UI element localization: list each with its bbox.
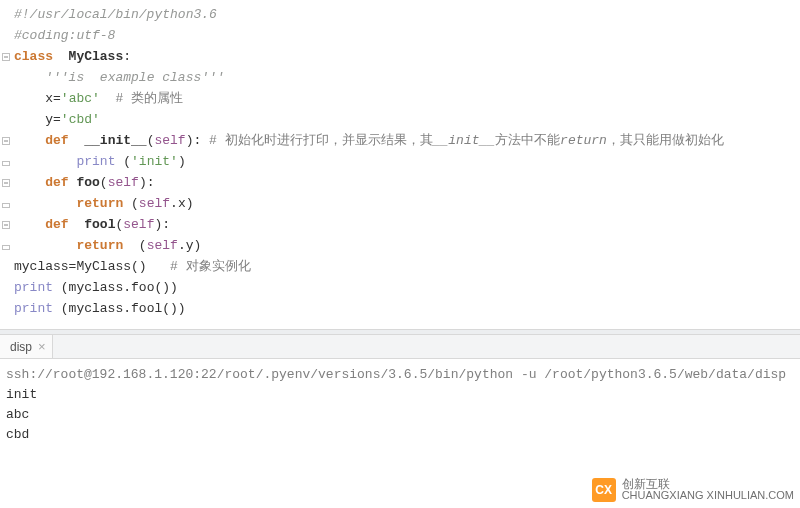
svg-rect-4 bbox=[3, 161, 10, 165]
method-init: __init__ bbox=[69, 133, 147, 148]
watermark-icon: CX bbox=[592, 478, 616, 502]
svg-rect-10 bbox=[3, 245, 10, 249]
method-fool: fool bbox=[69, 217, 116, 232]
coding-comment: #coding:utf-8 bbox=[14, 28, 115, 43]
comment-class-attr: # 类的属性 bbox=[100, 91, 183, 106]
watermark: CX 创新互联 CHUANGXIANG XINHULIAN.COM bbox=[592, 478, 794, 502]
method-foo: foo bbox=[69, 175, 100, 190]
watermark-zh: 创新互联 bbox=[622, 479, 794, 490]
tab-disp[interactable]: disp × bbox=[0, 335, 53, 358]
comment-init: # 初始化时进行打印，并显示结果，其 bbox=[201, 133, 432, 148]
end-icon bbox=[0, 158, 12, 166]
console-tabbar: disp × bbox=[0, 335, 800, 359]
tab-label: disp bbox=[10, 340, 32, 354]
close-icon[interactable]: × bbox=[38, 339, 46, 354]
fold-icon[interactable] bbox=[0, 179, 12, 187]
keyword-def: def bbox=[45, 133, 68, 148]
code-editor: #!/usr/local/bin/python3.6 #coding:utf-8… bbox=[0, 0, 800, 329]
class-name: MyClass bbox=[53, 49, 123, 64]
fold-icon[interactable] bbox=[0, 137, 12, 145]
shebang: #!/usr/local/bin/python3.6 bbox=[14, 7, 217, 22]
output-line: cbd bbox=[6, 425, 794, 445]
fold-icon[interactable] bbox=[0, 221, 12, 229]
end-icon bbox=[0, 242, 12, 250]
fold-icon[interactable] bbox=[0, 53, 12, 61]
output-line: abc bbox=[6, 405, 794, 425]
ssh-line: ssh://root@192.168.1.120:22/root/.pyenv/… bbox=[6, 365, 794, 385]
console-output: ssh://root@192.168.1.120:22/root/.pyenv/… bbox=[0, 359, 800, 451]
end-icon bbox=[0, 200, 12, 208]
keyword-class: class bbox=[14, 49, 53, 64]
comment-instantiate: # 对象实例化 bbox=[147, 259, 251, 274]
docstring: '''is example class''' bbox=[45, 70, 224, 85]
watermark-en: CHUANGXIANG XINHULIAN.COM bbox=[622, 490, 794, 501]
output-line: init bbox=[6, 385, 794, 405]
svg-rect-7 bbox=[3, 203, 10, 207]
